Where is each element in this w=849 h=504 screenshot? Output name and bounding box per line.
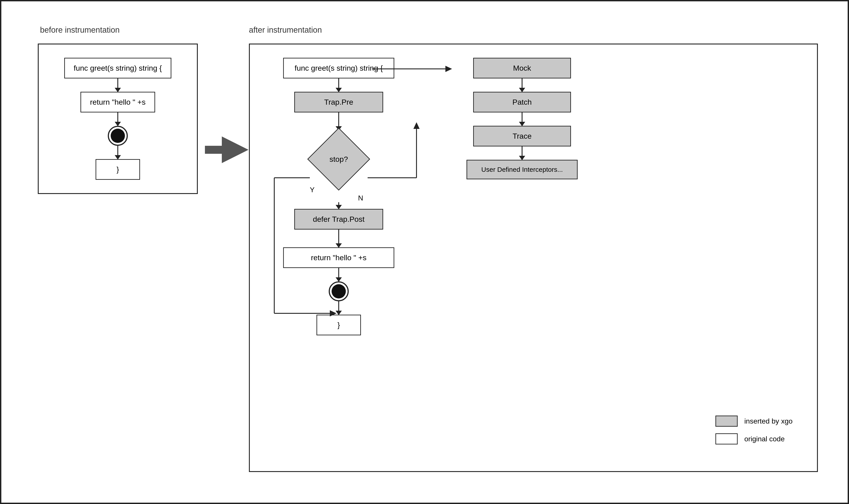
legend-gray-box (716, 416, 738, 427)
legend-gray: inserted by xgo (716, 416, 793, 427)
after-arrow-4 (338, 268, 339, 281)
before-closing: } (95, 159, 140, 180)
after-trap-pre: Trap.Pre (294, 92, 383, 112)
legend-white-label: original code (744, 435, 784, 443)
arrow-2 (118, 112, 118, 126)
after-func-decl: func greet(s string) string { (283, 58, 394, 78)
svg-marker-1 (446, 66, 452, 72)
stop-diamond-label: stop? (329, 155, 348, 164)
after-patch: Patch (473, 92, 571, 112)
diamond-container: stop? (310, 130, 367, 188)
side-arrow-2 (522, 112, 523, 126)
before-end-circle (108, 126, 128, 146)
legend-gray-label: inserted by xgo (744, 417, 793, 425)
before-func-decl: func greet(s string) string { (64, 58, 171, 78)
before-end-dot (111, 129, 125, 143)
transition-arrow (204, 137, 249, 163)
after-user-defined: User Defined Interceptors... (467, 160, 578, 179)
after-end-dot (331, 284, 346, 299)
after-arrow-1 (338, 78, 339, 92)
after-arrow-3 (338, 230, 339, 247)
after-side-col: Mock Patch Trace User Defined Intercepto… (461, 58, 583, 179)
after-closing: } (317, 315, 361, 335)
side-arrow-3 (522, 146, 523, 160)
after-defer-trap: defer Trap.Post (294, 209, 383, 230)
after-arrow-n (338, 202, 339, 209)
after-arrow-5 (338, 301, 339, 315)
after-diagram: func greet(s string) string { Trap.Pre s… (249, 43, 818, 472)
after-full-layout: func greet(s string) string { Trap.Pre s… (261, 58, 806, 458)
legend-white-box (716, 433, 738, 445)
legend: inserted by xgo original code (716, 416, 793, 445)
after-main-col: func greet(s string) string { Trap.Pre s… (261, 58, 416, 335)
after-return: return "hello " +s (283, 247, 394, 268)
arrow-1 (118, 78, 118, 92)
side-arrow-1 (522, 78, 523, 92)
arrow-body (205, 146, 223, 154)
legend-white: original code (716, 433, 793, 445)
after-mock: Mock (473, 58, 571, 78)
before-return: return "hello " +s (80, 92, 155, 112)
after-trace: Trace (473, 126, 571, 146)
n-row: N (310, 194, 367, 202)
n-label: N (358, 194, 363, 202)
before-label: before instrumentation (40, 25, 120, 35)
arrow-head (222, 137, 249, 163)
main-container: before instrumentation func greet(s stri… (13, 12, 836, 492)
after-label: after instrumentation (249, 25, 322, 35)
before-diagram: func greet(s string) string { return "he… (38, 43, 198, 194)
after-end-circle (329, 281, 349, 301)
right-panel: after instrumentation func greet(s strin… (249, 25, 818, 472)
left-panel: before instrumentation func greet(s stri… (31, 25, 204, 194)
arrow-3 (118, 146, 118, 159)
